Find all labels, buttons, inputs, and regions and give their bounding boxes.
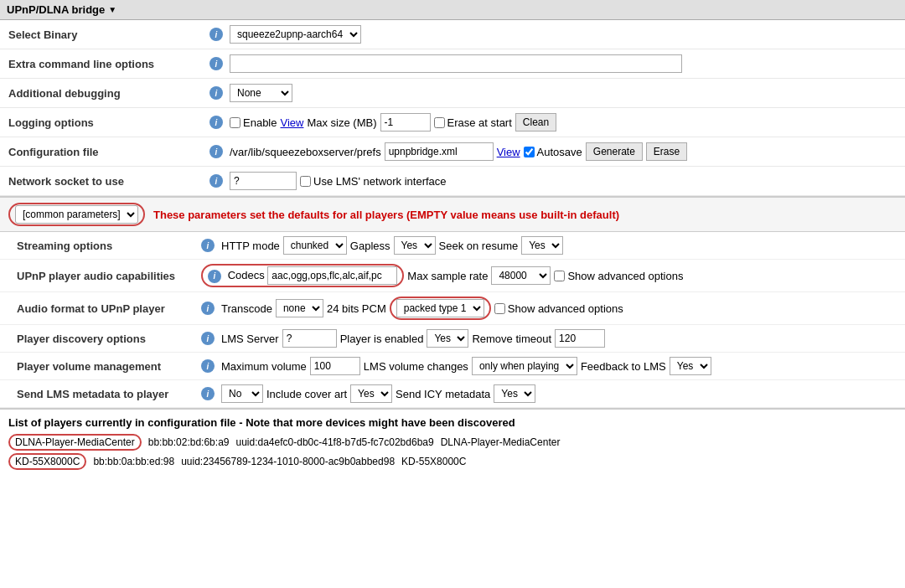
player-display-2: KD-55X8000C [401, 456, 466, 467]
logging-maxsize-label: Max size (MB) [307, 116, 376, 129]
network-use-lms-check[interactable]: Use LMS' network interface [300, 175, 447, 188]
icy-label: Send ICY metadata [396, 388, 490, 400]
streaming-seek-label: Seek on resume [439, 240, 519, 252]
send-metadata-no-select[interactable]: No Yes [221, 384, 263, 403]
network-socket-input[interactable] [230, 172, 297, 190]
logging-enable-label: Enable [243, 116, 277, 129]
player-name-2: KD-55X8000C [8, 453, 86, 470]
audio-transcode-select[interactable]: none flac mp3 [276, 299, 323, 317]
audio-show-advanced-label: Show advanced options [508, 302, 623, 315]
player-volume-info-icon[interactable]: i [201, 359, 215, 373]
streaming-seek-select[interactable]: Yes No [521, 236, 563, 255]
player-item-2: KD-55X8000C bb:bb:0a:bb:ed:98 uuid:23456… [8, 453, 897, 470]
config-file-input[interactable] [385, 142, 494, 161]
player-mac-1: bb:bb:02:bd:6b:a9 [148, 436, 230, 448]
select-binary-select[interactable]: squeeze2upnp-aarch64 [230, 25, 361, 44]
player-uuid-2: uuid:23456789-1234-1010-8000-ac9b0abbed9… [181, 456, 395, 467]
player-discovery-lms-label: LMS Server [221, 333, 279, 345]
select-binary-info-icon[interactable]: i [209, 28, 223, 41]
audio-show-advanced-checkbox[interactable] [494, 303, 505, 314]
config-file-path: /var/lib/squeezeboxserver/prefs [230, 146, 381, 158]
extra-cmdline-info-icon[interactable]: i [209, 57, 223, 70]
extra-cmdline-field: i [201, 49, 905, 79]
upnp-max-sample-label: Max sample rate [407, 270, 488, 282]
common-params-select[interactable]: [common parameters] Player1 Player2 [15, 205, 138, 224]
send-metadata-info-icon[interactable]: i [201, 387, 215, 400]
logging-enable-checkbox[interactable] [230, 117, 240, 128]
feedback-select[interactable]: Yes No [670, 357, 711, 375]
logging-erase-checkbox[interactable] [434, 117, 445, 128]
feedback-label: Feedback to LMS [581, 360, 666, 373]
player-enabled-select[interactable]: Yes No [427, 329, 468, 348]
network-socket-row: Network socket to use i Use LMS' network… [0, 167, 905, 196]
streaming-http-mode-label: HTTP mode [221, 240, 280, 252]
upnp-audio-row: UPnP player audio capabilities i Codecs … [0, 260, 905, 292]
audio-packed-oval: packed type 1 packed type 2 [390, 297, 491, 320]
logging-info-icon[interactable]: i [209, 116, 223, 129]
config-generate-button[interactable]: Generate [586, 142, 643, 161]
players-section: List of players currently in configurati… [0, 408, 905, 479]
cover-art-label: Include cover art [266, 388, 347, 400]
audio-format-info-icon[interactable]: i [201, 302, 215, 315]
upnp-codecs-input[interactable] [267, 266, 397, 285]
top-link[interactable] [895, 3, 898, 16]
max-volume-input[interactable] [310, 357, 360, 375]
streaming-field: i HTTP mode chunked fixed none Gapless Y… [184, 232, 905, 260]
audio-packed-select[interactable]: packed type 1 packed type 2 [396, 299, 484, 317]
player-discovery-field: i LMS Server Player is enabled Yes No Re… [184, 325, 905, 353]
player-discovery-row: Player discovery options i LMS Server Pl… [0, 325, 905, 353]
icy-select[interactable]: Yes No [494, 384, 535, 403]
logging-maxsize-input[interactable] [380, 113, 431, 132]
streaming-info-icon[interactable]: i [201, 239, 215, 252]
top-bar-title: UPnP/DLNA bridge [7, 3, 105, 16]
player-volume-field: i Maximum volume LMS volume changes only… [184, 353, 905, 380]
config-erase-button[interactable]: Erase [646, 142, 687, 161]
lms-volume-label: LMS volume changes [364, 360, 468, 373]
settings-table: Select Binary i squeeze2upnp-aarch64 Ext… [0, 20, 905, 196]
player-discovery-lms-input[interactable] [282, 329, 337, 348]
player-volume-row: Player volume management i Maximum volum… [0, 353, 905, 380]
additional-debugging-info-icon[interactable]: i [209, 86, 223, 100]
streaming-row: Streaming options i HTTP mode chunked fi… [0, 232, 905, 260]
player-volume-label: Player volume management [0, 353, 184, 380]
config-file-view-link[interactable]: View [497, 146, 520, 158]
extra-cmdline-input[interactable] [230, 54, 682, 73]
section-note: These parameters set the defaults for al… [153, 209, 619, 221]
upnp-show-advanced-check[interactable]: Show advanced options [554, 270, 683, 282]
config-autosave-checkbox[interactable] [524, 147, 535, 157]
streaming-gapless-select[interactable]: Yes No [394, 236, 436, 255]
logging-erase-check[interactable]: Erase at start [434, 116, 512, 129]
logging-clean-button[interactable]: Clean [515, 113, 556, 132]
additional-debugging-label: Additional debugging [0, 79, 201, 108]
dropdown-arrow-icon[interactable]: ▼ [108, 5, 116, 14]
send-metadata-row: Send LMS metadata to player i No Yes Inc… [0, 380, 905, 408]
upnp-show-advanced-checkbox[interactable] [554, 271, 565, 281]
logging-enable-check[interactable]: Enable [230, 116, 277, 129]
select-binary-field: i squeeze2upnp-aarch64 [201, 20, 905, 49]
player-remove-timeout-input[interactable] [555, 329, 605, 348]
top-bar: UPnP/DLNA bridge ▼ [0, 0, 905, 20]
network-use-lms-label: Use LMS' network interface [313, 175, 447, 188]
upnp-audio-info-icon[interactable]: i [208, 270, 221, 283]
logging-view-link[interactable]: View [280, 116, 303, 129]
lms-volume-select[interactable]: only when playing always never [472, 357, 577, 375]
upnp-max-sample-select[interactable]: 48000 44100 96000 192000 [491, 266, 551, 285]
player-discovery-info-icon[interactable]: i [201, 332, 215, 345]
network-socket-info-icon[interactable]: i [209, 174, 223, 188]
player-name-1: DLNA-Player-MediaCenter [8, 434, 142, 451]
send-metadata-field: i No Yes Include cover art Yes No Send I… [184, 380, 905, 408]
additional-debugging-select[interactable]: None Debug Verbose [230, 84, 292, 102]
network-use-lms-checkbox[interactable] [300, 176, 311, 187]
logging-options-label: Logging options [0, 108, 201, 137]
upnp-audio-label: UPnP player audio capabilities [0, 260, 184, 292]
streaming-http-mode-select[interactable]: chunked fixed none [283, 236, 347, 255]
cover-art-select[interactable]: Yes No [350, 384, 392, 403]
config-file-field: i /var/lib/squeezeboxserver/prefs View A… [201, 137, 905, 167]
config-file-info-icon[interactable]: i [209, 145, 223, 158]
max-volume-label: Maximum volume [221, 360, 307, 373]
player-discovery-label: Player discovery options [0, 325, 184, 353]
audio-bits-label: 24 bits PCM [327, 302, 386, 315]
send-metadata-label: Send LMS metadata to player [0, 380, 184, 408]
audio-show-advanced-check[interactable]: Show advanced options [494, 302, 623, 315]
config-autosave-check[interactable]: Autosave [524, 146, 582, 158]
